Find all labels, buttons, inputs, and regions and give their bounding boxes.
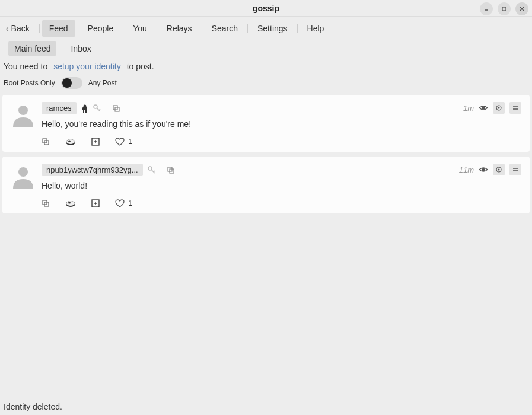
svg-point-24 bbox=[18, 167, 28, 177]
key-icon[interactable] bbox=[148, 166, 156, 174]
identity-notice: You need to setup your identity to post. bbox=[0, 59, 532, 76]
notice-prefix: You need to bbox=[4, 62, 47, 71]
zap-button[interactable] bbox=[65, 138, 76, 146]
close-button[interactable] bbox=[515, 2, 528, 15]
nav-you[interactable]: You bbox=[126, 20, 154, 37]
copy-icon[interactable] bbox=[167, 166, 175, 174]
post: ramces Hello, you're reading this as if … bbox=[2, 95, 530, 152]
svg-point-40 bbox=[498, 169, 500, 171]
target-button[interactable] bbox=[493, 102, 505, 114]
sub-nav: Main feed Inbox bbox=[0, 40, 532, 59]
svg-point-34 bbox=[68, 202, 71, 203]
like-count: 1 bbox=[128, 137, 132, 146]
reply-button[interactable] bbox=[42, 199, 50, 208]
subnav-inbox[interactable]: Inbox bbox=[65, 42, 97, 56]
timestamp: 1m bbox=[463, 104, 474, 113]
nav-help[interactable]: Help bbox=[300, 20, 332, 37]
window-controls bbox=[480, 2, 528, 15]
like-button[interactable]: 1 bbox=[115, 137, 132, 146]
post-body: npub1ywctw7qhrm932yg... Hello, world! bbox=[42, 164, 521, 208]
subnav-main-feed[interactable]: Main feed bbox=[8, 42, 56, 56]
setup-identity-link[interactable]: setup your identity bbox=[50, 60, 125, 72]
close-icon bbox=[519, 6, 525, 12]
eye-icon[interactable] bbox=[479, 104, 488, 111]
svg-line-27 bbox=[154, 171, 155, 172]
timestamp: 11m bbox=[459, 165, 474, 174]
status-bar: Identity deleted. bbox=[4, 402, 62, 411]
avatar-icon bbox=[11, 164, 36, 189]
username[interactable]: npub1ywctw7qhrm932yg... bbox=[42, 164, 143, 176]
post-filter-toggle-row: Root Posts Only Any Post bbox=[0, 76, 532, 95]
avatar[interactable] bbox=[11, 164, 36, 189]
copy-icon[interactable] bbox=[112, 104, 120, 113]
back-button[interactable]: ‹ Back bbox=[2, 20, 37, 37]
like-count: 1 bbox=[128, 199, 132, 208]
post-content: Hello, you're reading this as if you're … bbox=[42, 119, 521, 129]
post-header: npub1ywctw7qhrm932yg... bbox=[42, 164, 521, 176]
maximize-button[interactable] bbox=[498, 2, 511, 15]
key-icon[interactable] bbox=[93, 104, 101, 113]
post-actions: 1 bbox=[42, 135, 521, 146]
main-nav: ‹ Back Feed People You Relays Search Set… bbox=[0, 17, 532, 40]
post-meta: 11m bbox=[459, 164, 521, 175]
avatar[interactable] bbox=[11, 102, 36, 127]
maximize-icon bbox=[501, 6, 507, 12]
post-actions: 1 bbox=[42, 196, 521, 208]
zap-button[interactable] bbox=[65, 199, 76, 208]
post-filter-toggle[interactable] bbox=[61, 77, 82, 89]
avatar-icon bbox=[11, 102, 36, 127]
post-meta: 1m bbox=[463, 102, 521, 114]
svg-point-21 bbox=[498, 107, 500, 109]
nav-settings[interactable]: Settings bbox=[250, 20, 295, 37]
notice-suffix: to post. bbox=[127, 62, 154, 71]
post: npub1ywctw7qhrm932yg... Hello, world! bbox=[2, 157, 530, 213]
add-button[interactable] bbox=[91, 138, 100, 146]
menu-button[interactable] bbox=[509, 164, 521, 175]
target-button[interactable] bbox=[493, 164, 505, 175]
post-header: ramces bbox=[42, 102, 521, 114]
post-body: ramces Hello, you're reading this as if … bbox=[42, 102, 521, 146]
svg-point-14 bbox=[66, 139, 75, 144]
minimize-button[interactable] bbox=[480, 2, 493, 15]
nav-relays[interactable]: Relays bbox=[160, 20, 199, 37]
titlebar: gossip bbox=[0, 0, 532, 17]
svg-point-38 bbox=[482, 168, 485, 171]
nav-feed[interactable]: Feed bbox=[42, 20, 75, 37]
svg-point-33 bbox=[66, 201, 75, 206]
username[interactable]: ramces bbox=[42, 102, 77, 114]
nav-search[interactable]: Search bbox=[205, 20, 245, 37]
svg-point-19 bbox=[482, 107, 485, 110]
svg-point-15 bbox=[68, 140, 71, 142]
reply-button[interactable] bbox=[42, 138, 50, 146]
menu-button[interactable] bbox=[509, 102, 521, 114]
post-content: Hello, world! bbox=[42, 181, 521, 190]
feed: ramces Hello, you're reading this as if … bbox=[0, 95, 532, 213]
window-title: gossip bbox=[253, 4, 279, 13]
svg-line-8 bbox=[99, 109, 100, 110]
eye-icon[interactable] bbox=[479, 166, 488, 173]
toggle-left-label: Root Posts Only bbox=[4, 79, 55, 87]
nav-people[interactable]: People bbox=[81, 20, 121, 37]
add-button[interactable] bbox=[91, 199, 100, 208]
svg-rect-1 bbox=[502, 7, 506, 11]
svg-point-5 bbox=[83, 104, 86, 107]
like-button[interactable]: 1 bbox=[115, 199, 132, 208]
toggle-knob bbox=[62, 78, 72, 88]
svg-point-4 bbox=[18, 106, 28, 115]
person-icon bbox=[81, 104, 88, 113]
minimize-icon bbox=[483, 6, 489, 12]
toggle-right-label: Any Post bbox=[88, 79, 117, 87]
